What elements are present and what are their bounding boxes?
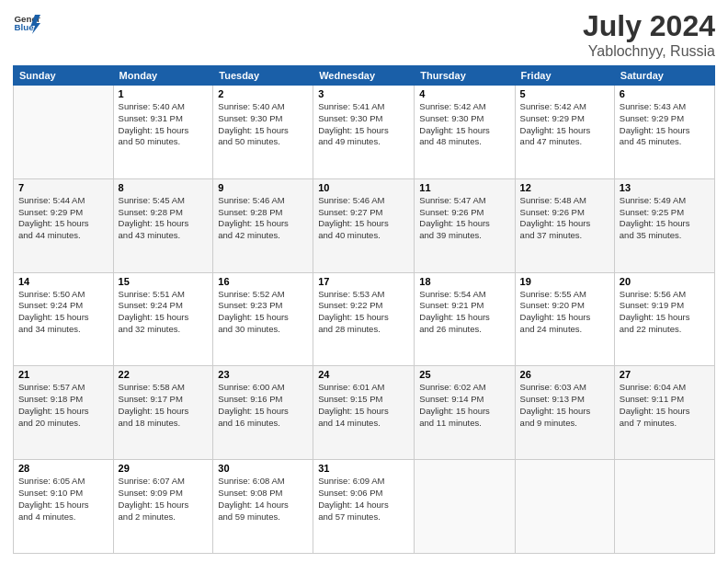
day-number: 18 — [419, 276, 509, 287]
calendar-week-row: 21Sunrise: 5:57 AM Sunset: 9:18 PM Dayli… — [14, 366, 715, 460]
day-info: Sunrise: 5:47 AM Sunset: 9:26 PM Dayligh… — [419, 195, 509, 242]
day-info: Sunrise: 6:04 AM Sunset: 9:11 PM Dayligh… — [620, 382, 710, 429]
weekday-header: Tuesday — [213, 66, 313, 86]
calendar-cell: 28Sunrise: 6:05 AM Sunset: 9:10 PM Dayli… — [14, 460, 114, 554]
weekday-header: Sunday — [14, 66, 114, 86]
calendar-cell: 12Sunrise: 5:48 AM Sunset: 9:26 PM Dayli… — [515, 178, 614, 272]
calendar-week-row: 14Sunrise: 5:50 AM Sunset: 9:24 PM Dayli… — [14, 272, 715, 366]
calendar-table: SundayMondayTuesdayWednesdayThursdayFrid… — [13, 65, 715, 554]
calendar-cell: 17Sunrise: 5:53 AM Sunset: 9:22 PM Dayli… — [313, 272, 415, 366]
calendar-cell — [515, 460, 614, 554]
logo: General Blue — [13, 9, 40, 37]
day-number: 10 — [318, 182, 409, 193]
day-info: Sunrise: 6:01 AM Sunset: 9:15 PM Dayligh… — [318, 382, 409, 429]
calendar-cell: 9Sunrise: 5:46 AM Sunset: 9:28 PM Daylig… — [213, 178, 313, 272]
day-info: Sunrise: 6:05 AM Sunset: 9:10 PM Dayligh… — [18, 476, 108, 523]
day-number: 17 — [318, 276, 409, 287]
calendar-cell: 25Sunrise: 6:02 AM Sunset: 9:14 PM Dayli… — [415, 366, 515, 460]
day-info: Sunrise: 5:48 AM Sunset: 9:26 PM Dayligh… — [520, 195, 609, 242]
day-info: Sunrise: 5:44 AM Sunset: 9:29 PM Dayligh… — [18, 195, 108, 242]
weekday-header: Saturday — [614, 66, 714, 86]
calendar-cell: 1Sunrise: 5:40 AM Sunset: 9:31 PM Daylig… — [113, 86, 213, 179]
title-month: July 2024 — [583, 9, 715, 43]
calendar-cell: 26Sunrise: 6:03 AM Sunset: 9:13 PM Dayli… — [515, 366, 614, 460]
day-info: Sunrise: 5:40 AM Sunset: 9:31 PM Dayligh… — [119, 101, 209, 148]
header: General Blue July 2024 Yablochnyy, Russi… — [13, 9, 715, 60]
calendar-week-row: 28Sunrise: 6:05 AM Sunset: 9:10 PM Dayli… — [14, 460, 715, 554]
day-info: Sunrise: 6:02 AM Sunset: 9:14 PM Dayligh… — [419, 382, 509, 429]
svg-text:Blue: Blue — [15, 22, 35, 32]
day-number: 21 — [18, 369, 108, 380]
day-number: 31 — [318, 463, 409, 474]
calendar-cell: 2Sunrise: 5:40 AM Sunset: 9:30 PM Daylig… — [213, 86, 313, 179]
day-number: 19 — [520, 276, 609, 287]
day-number: 3 — [318, 88, 409, 99]
calendar-cell: 10Sunrise: 5:46 AM Sunset: 9:27 PM Dayli… — [313, 178, 415, 272]
day-number: 6 — [620, 88, 710, 99]
calendar-header-row: SundayMondayTuesdayWednesdayThursdayFrid… — [14, 66, 715, 86]
day-info: Sunrise: 6:09 AM Sunset: 9:06 PM Dayligh… — [318, 476, 409, 523]
calendar-cell: 16Sunrise: 5:52 AM Sunset: 9:23 PM Dayli… — [213, 272, 313, 366]
day-info: Sunrise: 5:40 AM Sunset: 9:30 PM Dayligh… — [218, 101, 308, 148]
calendar-cell: 18Sunrise: 5:54 AM Sunset: 9:21 PM Dayli… — [415, 272, 515, 366]
day-info: Sunrise: 5:53 AM Sunset: 9:22 PM Dayligh… — [318, 289, 409, 336]
day-number: 9 — [218, 182, 308, 193]
calendar-cell: 19Sunrise: 5:55 AM Sunset: 9:20 PM Dayli… — [515, 272, 614, 366]
day-number: 15 — [119, 276, 209, 287]
calendar-cell: 11Sunrise: 5:47 AM Sunset: 9:26 PM Dayli… — [415, 178, 515, 272]
calendar-cell: 30Sunrise: 6:08 AM Sunset: 9:08 PM Dayli… — [213, 460, 313, 554]
day-number: 2 — [218, 88, 308, 99]
calendar-cell: 24Sunrise: 6:01 AM Sunset: 9:15 PM Dayli… — [313, 366, 415, 460]
day-number: 27 — [620, 369, 710, 380]
calendar-cell: 23Sunrise: 6:00 AM Sunset: 9:16 PM Dayli… — [213, 366, 313, 460]
day-number: 30 — [218, 463, 308, 474]
day-info: Sunrise: 6:00 AM Sunset: 9:16 PM Dayligh… — [218, 382, 308, 429]
day-info: Sunrise: 5:43 AM Sunset: 9:29 PM Dayligh… — [620, 101, 710, 148]
day-info: Sunrise: 6:07 AM Sunset: 9:09 PM Dayligh… — [119, 476, 209, 523]
weekday-header: Wednesday — [313, 66, 415, 86]
calendar-cell: 29Sunrise: 6:07 AM Sunset: 9:09 PM Dayli… — [113, 460, 213, 554]
day-number: 8 — [119, 182, 209, 193]
title-location: Yablochnyy, Russia — [583, 43, 715, 60]
weekday-header: Monday — [113, 66, 213, 86]
calendar-cell: 5Sunrise: 5:42 AM Sunset: 9:29 PM Daylig… — [515, 86, 614, 179]
calendar-cell: 6Sunrise: 5:43 AM Sunset: 9:29 PM Daylig… — [614, 86, 714, 179]
day-info: Sunrise: 5:42 AM Sunset: 9:29 PM Dayligh… — [520, 101, 609, 148]
day-number: 1 — [119, 88, 209, 99]
calendar-cell: 3Sunrise: 5:41 AM Sunset: 9:30 PM Daylig… — [313, 86, 415, 179]
calendar-cell — [14, 86, 114, 179]
day-info: Sunrise: 5:41 AM Sunset: 9:30 PM Dayligh… — [318, 101, 409, 148]
day-info: Sunrise: 5:57 AM Sunset: 9:18 PM Dayligh… — [18, 382, 108, 429]
day-info: Sunrise: 5:55 AM Sunset: 9:20 PM Dayligh… — [520, 289, 609, 336]
day-number: 29 — [119, 463, 209, 474]
day-info: Sunrise: 5:46 AM Sunset: 9:27 PM Dayligh… — [318, 195, 409, 242]
page: General Blue July 2024 Yablochnyy, Russi… — [0, 0, 728, 563]
calendar-cell: 21Sunrise: 5:57 AM Sunset: 9:18 PM Dayli… — [14, 366, 114, 460]
calendar-week-row: 1Sunrise: 5:40 AM Sunset: 9:31 PM Daylig… — [14, 86, 715, 179]
calendar-cell — [415, 460, 515, 554]
logo-icon: General Blue — [13, 9, 40, 37]
calendar-cell: 31Sunrise: 6:09 AM Sunset: 9:06 PM Dayli… — [313, 460, 415, 554]
day-number: 7 — [18, 182, 108, 193]
day-number: 28 — [18, 463, 108, 474]
day-number: 4 — [419, 88, 509, 99]
day-info: Sunrise: 5:56 AM Sunset: 9:19 PM Dayligh… — [620, 289, 710, 336]
day-number: 20 — [620, 276, 710, 287]
day-number: 13 — [620, 182, 710, 193]
title-block: July 2024 Yablochnyy, Russia — [583, 9, 715, 60]
day-number: 12 — [520, 182, 609, 193]
day-number: 14 — [18, 276, 108, 287]
day-info: Sunrise: 5:51 AM Sunset: 9:24 PM Dayligh… — [119, 289, 209, 336]
weekday-header: Friday — [515, 66, 614, 86]
day-info: Sunrise: 5:42 AM Sunset: 9:30 PM Dayligh… — [419, 101, 509, 148]
calendar-week-row: 7Sunrise: 5:44 AM Sunset: 9:29 PM Daylig… — [14, 178, 715, 272]
day-info: Sunrise: 6:03 AM Sunset: 9:13 PM Dayligh… — [520, 382, 609, 429]
day-info: Sunrise: 5:54 AM Sunset: 9:21 PM Dayligh… — [419, 289, 509, 336]
day-number: 24 — [318, 369, 409, 380]
calendar-cell: 14Sunrise: 5:50 AM Sunset: 9:24 PM Dayli… — [14, 272, 114, 366]
day-number: 5 — [520, 88, 609, 99]
calendar-cell: 4Sunrise: 5:42 AM Sunset: 9:30 PM Daylig… — [415, 86, 515, 179]
calendar-cell: 8Sunrise: 5:45 AM Sunset: 9:28 PM Daylig… — [113, 178, 213, 272]
calendar-cell: 15Sunrise: 5:51 AM Sunset: 9:24 PM Dayli… — [113, 272, 213, 366]
calendar-cell: 22Sunrise: 5:58 AM Sunset: 9:17 PM Dayli… — [113, 366, 213, 460]
